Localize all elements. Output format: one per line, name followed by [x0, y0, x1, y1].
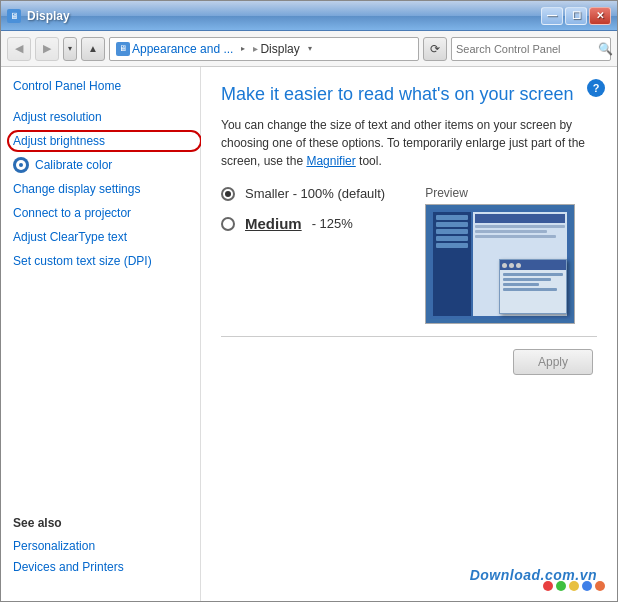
preview-line1 [475, 225, 565, 228]
breadcrumb-display: Display [260, 42, 299, 56]
breadcrumb: 🖥 Appearance and ... ▸ ▸ Display ▾ [109, 37, 419, 61]
panel-title: Make it easier to read what's on your sc… [221, 83, 597, 106]
sidebar-item-connect-projector[interactable]: Connect to a projector [1, 201, 200, 225]
sidebar-item-adjust-resolution[interactable]: Adjust resolution [1, 105, 200, 129]
watermark-text: Download.com.vn [470, 567, 597, 583]
title-bar: 🖥 Display — ☐ ✕ [1, 1, 617, 31]
preview-sidebar-line2 [436, 222, 468, 227]
calibrate-icon [13, 157, 29, 173]
preview-label: Preview [425, 186, 575, 200]
preview-float-titlebar [500, 260, 566, 270]
minimize-button[interactable]: — [541, 7, 563, 25]
breadcrumb-appearance[interactable]: Appearance and ... [132, 42, 233, 56]
preview-sidebar-line4 [436, 236, 468, 241]
refresh-button[interactable]: ⟳ [423, 37, 447, 61]
see-also-devices-printers[interactable]: Devices and Printers [13, 557, 188, 577]
preview-sidebar-line3 [436, 229, 468, 234]
option-smaller: Smaller - 100% (default) [221, 186, 385, 201]
sidebar-home-link[interactable]: Control Panel Home [1, 79, 200, 105]
preview-float-line4 [503, 288, 557, 291]
option-smaller-label: Smaller - 100% (default) [245, 186, 385, 201]
title-bar-left: 🖥 Display [7, 9, 70, 23]
panel-description: You can change the size of text and othe… [221, 116, 597, 170]
calibrate-icon-dot [19, 163, 23, 167]
sidebar-item-cleartype[interactable]: Adjust ClearType text [1, 225, 200, 249]
forward-button[interactable]: ▶ [35, 37, 59, 61]
breadcrumb-dropdown[interactable]: ▸ [235, 39, 251, 59]
window-title: Display [27, 9, 70, 23]
option-medium-label: Medium [245, 215, 302, 232]
breadcrumb-display-dropdown[interactable]: ▾ [302, 39, 318, 59]
preview-line2 [475, 230, 547, 233]
sidebar-see-also: See also Personalization Devices and Pri… [1, 504, 200, 589]
main-panel: ? Make it easier to read what's on your … [201, 67, 617, 601]
preview-sidebar-line5 [436, 243, 468, 248]
options-and-preview: Smaller - 100% (default) Medium - 125% P… [221, 186, 597, 324]
search-icon[interactable]: 🔍 [598, 42, 613, 56]
back-button[interactable]: ◀ [7, 37, 31, 61]
maximize-button[interactable]: ☐ [565, 7, 587, 25]
preview-float-dot1 [502, 263, 507, 268]
preview-screen [430, 209, 570, 319]
description-text-3: tool. [359, 154, 382, 168]
description-text-2: screen, use the [221, 154, 303, 168]
preview-float-line3 [503, 283, 539, 286]
title-bar-buttons: — ☐ ✕ [541, 7, 611, 25]
preview-header [475, 214, 565, 223]
sidebar-nav: Adjust resolution Adjust brightness Cali… [1, 105, 200, 273]
apply-section: Apply [221, 349, 597, 375]
close-button[interactable]: ✕ [589, 7, 611, 25]
sidebar-item-adjust-brightness[interactable]: Adjust brightness [1, 129, 200, 153]
preview-area: Preview [425, 186, 575, 324]
divider [221, 336, 597, 337]
sidebar: Control Panel Home Adjust resolution Adj… [1, 67, 201, 601]
see-also-title: See also [13, 516, 188, 530]
sidebar-item-calibrate-color[interactable]: Calibrate color [1, 153, 200, 177]
preview-float-dot3 [516, 263, 521, 268]
preview-float-dot2 [509, 263, 514, 268]
option-medium-suffix: - 125% [312, 216, 353, 231]
sidebar-item-custom-dpi[interactable]: Set custom text size (DPI) [1, 249, 200, 273]
preview-float-line2 [503, 278, 551, 281]
preview-float-line1 [503, 273, 563, 276]
breadcrumb-icon: 🖥 [116, 42, 130, 56]
up-button[interactable]: ▲ [81, 37, 105, 61]
preview-sidebar [433, 212, 471, 316]
address-bar: ◀ ▶ ▾ ▲ 🖥 Appearance and ... ▸ ▸ Display… [1, 31, 617, 67]
preview-line3 [475, 235, 556, 238]
watermark-area: Download.com.vn [543, 581, 605, 591]
apply-button[interactable]: Apply [513, 349, 593, 375]
preview-box [425, 204, 575, 324]
radio-medium[interactable] [221, 217, 235, 231]
description-text-1: You can change the size of text and othe… [221, 118, 585, 150]
see-also-personalization[interactable]: Personalization [13, 536, 188, 556]
main-window: 🖥 Display — ☐ ✕ ◀ ▶ ▾ ▲ 🖥 Appearance and… [0, 0, 618, 602]
search-box: 🔍 [451, 37, 611, 61]
main-content: Control Panel Home Adjust resolution Adj… [1, 67, 617, 601]
option-medium: Medium - 125% [221, 215, 385, 232]
magnifier-link[interactable]: Magnifier [306, 154, 355, 168]
preview-floating-window [499, 259, 567, 314]
calibrate-icon-inner [16, 160, 26, 170]
preview-sidebar-line [436, 215, 468, 220]
radio-smaller[interactable] [221, 187, 235, 201]
options-list: Smaller - 100% (default) Medium - 125% [221, 186, 385, 246]
sidebar-item-change-display-settings[interactable]: Change display settings [1, 177, 200, 201]
search-input[interactable] [456, 43, 594, 55]
help-button[interactable]: ? [587, 79, 605, 97]
window-icon: 🖥 [7, 9, 21, 23]
preview-float-content [500, 270, 566, 294]
breadcrumb-separator: ▸ [253, 43, 258, 54]
nav-dropdown-button[interactable]: ▾ [63, 37, 77, 61]
